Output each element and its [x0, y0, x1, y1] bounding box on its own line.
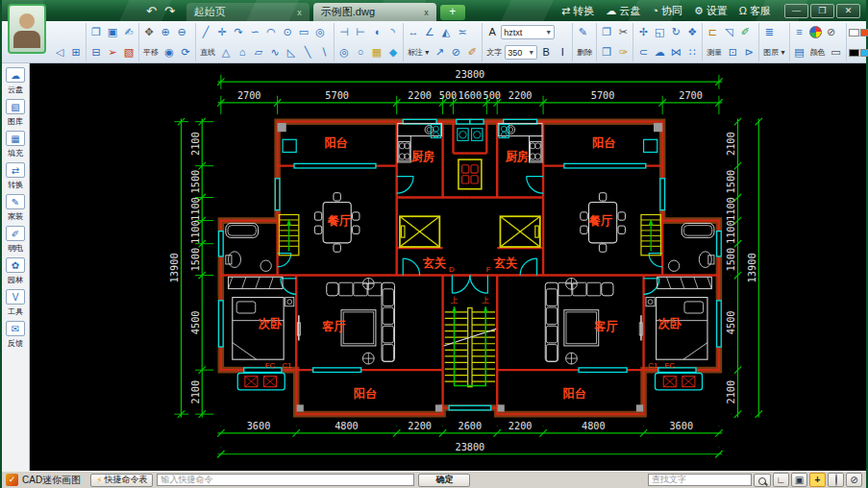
sidebar-item-feedback[interactable]: ✉ 反馈 [2, 321, 29, 350]
sidebar-item-tools[interactable]: V 工具 [2, 289, 29, 318]
radius-dim-icon[interactable]: ⊘ [448, 44, 463, 61]
triangle-icon[interactable]: △ [218, 44, 234, 61]
back-icon[interactable]: ◁ [52, 44, 67, 61]
export-pdf-icon[interactable]: ➢ [105, 44, 120, 61]
background-toggle-button[interactable]: ▣ [791, 473, 807, 487]
drawing-canvas[interactable]: 阳台厨房餐厅玄关次卧客厅阳台厨房阳台餐厅玄关客厅次卧阳台上上DFFCC1C1FC… [30, 63, 866, 471]
trim-icon[interactable]: ⊣ [336, 24, 352, 40]
sidebar-item-cloud[interactable]: ☁ 云盘 [2, 67, 29, 96]
wave-icon[interactable]: ∿ [267, 44, 283, 61]
zoom-out-icon[interactable]: ⊖ [174, 24, 189, 40]
color-swatch[interactable] [849, 29, 859, 37]
save-icon[interactable]: ▣ [105, 24, 120, 40]
close-button[interactable]: ✕ [836, 4, 860, 18]
mirror-icon[interactable]: ⋈ [668, 44, 683, 61]
command-input[interactable]: 输入快捷命令 [157, 474, 414, 486]
pan-icon[interactable]: ✥ [141, 24, 157, 40]
tab-close-icon[interactable]: x [297, 8, 302, 17]
open-icon[interactable]: ❐ [88, 24, 104, 40]
rectangle-icon[interactable]: ▭ [296, 24, 311, 40]
color-swatch[interactable] [849, 49, 859, 57]
crosshair-button[interactable]: + [809, 473, 826, 487]
mark-icon[interactable]: ✐ [464, 44, 480, 61]
revcircle-icon[interactable]: ○ [353, 44, 368, 61]
user-avatar[interactable] [8, 4, 46, 54]
text-icon[interactable]: A [484, 24, 500, 40]
copy3d-icon[interactable]: ❖ [684, 24, 700, 40]
scale-icon[interactable]: ◱ [652, 24, 667, 40]
sidebar-item-elec[interactable]: ✐ 弱电 [2, 226, 29, 255]
point-icon[interactable]: ✛ [214, 24, 230, 40]
menu-settings[interactable]: ⚙设置 [694, 4, 728, 18]
lineweight-icon[interactable]: ≡ [792, 24, 807, 40]
shortcut-table-button[interactable]: ⚡ 快捷命令表 [90, 474, 153, 487]
italic-icon[interactable]: I [555, 44, 570, 61]
extend-icon[interactable]: ⊢ [353, 24, 368, 40]
tab-close-icon[interactable]: x [424, 8, 429, 17]
menu-convert[interactable]: ⇄转换 [561, 4, 594, 18]
fill-icon[interactable]: ◆ [385, 44, 401, 61]
revcloud-icon[interactable]: ☁ [652, 44, 667, 61]
spline-icon[interactable]: ∽ [247, 24, 262, 40]
color-swatch[interactable] [860, 49, 868, 57]
new-tab-button[interactable]: + [440, 5, 465, 20]
measure-dist-icon[interactable]: ⊏ [705, 24, 720, 40]
angle-dim-icon[interactable]: ∠ [422, 24, 437, 40]
move-icon[interactable]: ✢ [635, 24, 651, 40]
color-swatch[interactable] [860, 29, 868, 37]
new-drawing-icon[interactable]: ⊞ [68, 44, 84, 61]
donut-icon[interactable]: ◎ [312, 24, 328, 40]
colorwheel-icon[interactable] [809, 26, 822, 38]
history-back-icon[interactable]: ↶ [146, 4, 157, 18]
ring-icon[interactable]: ◎ [336, 44, 352, 61]
measure-area-icon[interactable]: ◹ [721, 24, 736, 40]
hatch-icon[interactable]: ▦ [369, 44, 384, 61]
measure-box-icon[interactable]: ⊡ [725, 44, 740, 61]
font-select[interactable]: hztxt▼ [501, 25, 555, 39]
rotate-icon[interactable]: ↻ [668, 24, 683, 40]
text-size-select[interactable]: 350▼ [505, 45, 537, 60]
erase-icon[interactable]: ✎ [575, 24, 590, 40]
fillet-icon[interactable]: ◝ [385, 24, 401, 40]
layers-icon[interactable]: ≣ [761, 24, 777, 40]
sidebar-item-convert[interactable]: ⇄ 转换 [2, 162, 29, 191]
zoom-extents-icon[interactable]: ⟳ [178, 44, 193, 61]
aligned-dim-icon[interactable]: ◭ [438, 24, 454, 40]
polygon-icon[interactable]: ⌂ [235, 44, 250, 61]
region-icon[interactable]: ◖ [369, 24, 384, 40]
tab-drawing[interactable]: 示例图.dwg x [313, 3, 436, 21]
sidebar-item-gallery[interactable]: ▧ 图库 [2, 99, 29, 128]
history-forward-icon[interactable]: ↷ [164, 4, 175, 18]
print-icon[interactable]: ⊟ [88, 44, 104, 61]
export-image-icon[interactable]: ▧ [121, 44, 136, 61]
ray-icon[interactable]: ╲ [300, 44, 315, 61]
trapezoid-icon[interactable]: ◺ [284, 44, 299, 61]
leader-icon[interactable]: ↗ [432, 44, 447, 61]
offset-icon[interactable]: ⊂ [635, 44, 651, 61]
menu-cloud[interactable]: ☁云盘 [606, 4, 640, 18]
zoom-window-icon[interactable]: ◉ [161, 44, 177, 61]
array-icon[interactable]: ∷ [684, 44, 700, 61]
line-icon[interactable]: ╱ [198, 24, 213, 40]
linear-dim-icon[interactable]: ↔ [406, 24, 421, 40]
ok-button[interactable]: 确定 [418, 474, 470, 487]
copy-icon[interactable]: ❐ [599, 24, 614, 40]
parallelogram-icon[interactable]: ▱ [251, 44, 266, 61]
arc-icon[interactable]: ↷ [231, 24, 246, 40]
sidebar-item-home-deco[interactable]: ✎ 家装 [2, 194, 29, 223]
linetype-button[interactable]: ⊘ [846, 473, 862, 487]
find-text-input[interactable]: 查找文字 [648, 474, 752, 486]
matchprop-icon[interactable]: ✑ [615, 44, 631, 61]
tab-start-page[interactable]: 起始页 x [186, 3, 310, 21]
cut-icon[interactable]: ✂ [615, 24, 631, 40]
sidebar-item-garden[interactable]: ✿ 园林 [2, 257, 29, 286]
ucs-axis-button[interactable]: ∟ [773, 473, 789, 487]
circle-icon[interactable]: ⊙ [280, 24, 295, 40]
continue-dim-icon[interactable]: ≍ [455, 24, 470, 40]
measure-export-icon[interactable]: ⊳ [741, 44, 756, 61]
bold-icon[interactable]: B [538, 44, 554, 61]
paste-icon[interactable]: ❒ [599, 44, 614, 61]
arc3-icon[interactable]: ◠ [263, 24, 279, 40]
xline-icon[interactable]: ∖ [316, 44, 332, 61]
menu-support[interactable]: Ω客服 [739, 4, 771, 18]
